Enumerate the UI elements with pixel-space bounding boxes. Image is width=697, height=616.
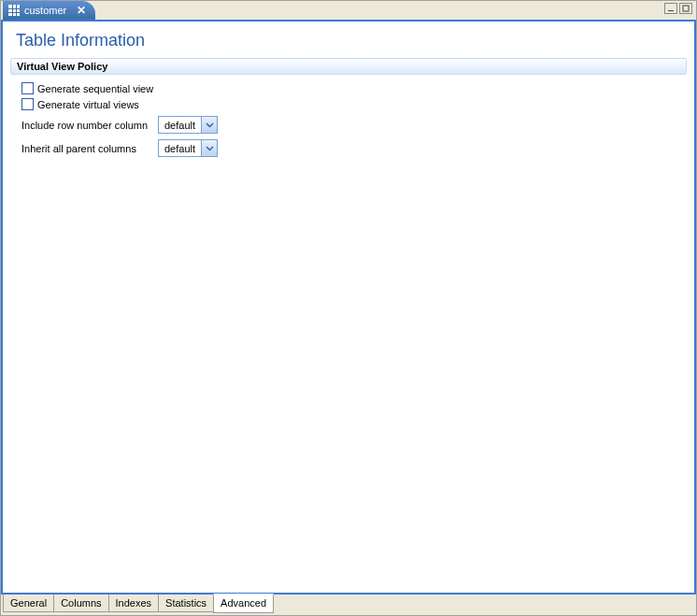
- window-controls: [664, 3, 692, 14]
- maximize-button[interactable]: [679, 3, 692, 14]
- select-inherit-parent-columns[interactable]: default: [158, 139, 218, 157]
- page-title: Table Information: [3, 21, 694, 58]
- svg-rect-0: [668, 10, 674, 11]
- top-editor-tab[interactable]: customer ✕: [3, 1, 95, 20]
- tab-general[interactable]: General: [3, 595, 54, 612]
- tab-statistics[interactable]: Statistics: [158, 595, 214, 612]
- editor-window: customer ✕ Table Information Virtual Vie…: [0, 0, 697, 616]
- checkbox-generate-virtual-views[interactable]: Generate virtual views: [21, 98, 679, 110]
- field-include-row-number: Include row number column default: [21, 116, 679, 134]
- section-header: Virtual View Policy: [10, 58, 687, 75]
- checkbox-icon[interactable]: [21, 82, 34, 94]
- checkbox-label: Generate virtual views: [37, 99, 139, 110]
- checkbox-generate-sequential-view[interactable]: Generate sequential view: [21, 82, 679, 94]
- field-label: Inherit all parent columns: [21, 143, 152, 154]
- content-area: Table Information Virtual View Policy Ge…: [1, 21, 696, 595]
- bottom-tabs: General Columns Indexes Statistics Advan…: [1, 595, 696, 615]
- checkbox-label: Generate sequential view: [37, 83, 153, 94]
- tab-advanced[interactable]: Advanced: [213, 594, 274, 613]
- top-tab-label: customer: [24, 5, 66, 16]
- select-value: default: [159, 143, 201, 154]
- close-tab-icon[interactable]: ✕: [77, 4, 86, 17]
- svg-rect-1: [683, 6, 689, 11]
- tab-indexes[interactable]: Indexes: [108, 595, 160, 612]
- field-inherit-parent-columns: Inherit all parent columns default: [21, 139, 679, 157]
- table-icon: [8, 5, 20, 16]
- select-include-row-number[interactable]: default: [158, 116, 218, 134]
- field-label: Include row number column: [21, 120, 152, 131]
- titlebar: customer ✕: [1, 1, 696, 21]
- tab-columns[interactable]: Columns: [53, 595, 108, 612]
- minimize-button[interactable]: [664, 3, 677, 14]
- chevron-down-icon[interactable]: [201, 140, 217, 156]
- checkbox-icon[interactable]: [21, 98, 34, 110]
- chevron-down-icon[interactable]: [201, 117, 217, 133]
- section-body: Generate sequential view Generate virtua…: [3, 75, 694, 165]
- select-value: default: [159, 120, 201, 131]
